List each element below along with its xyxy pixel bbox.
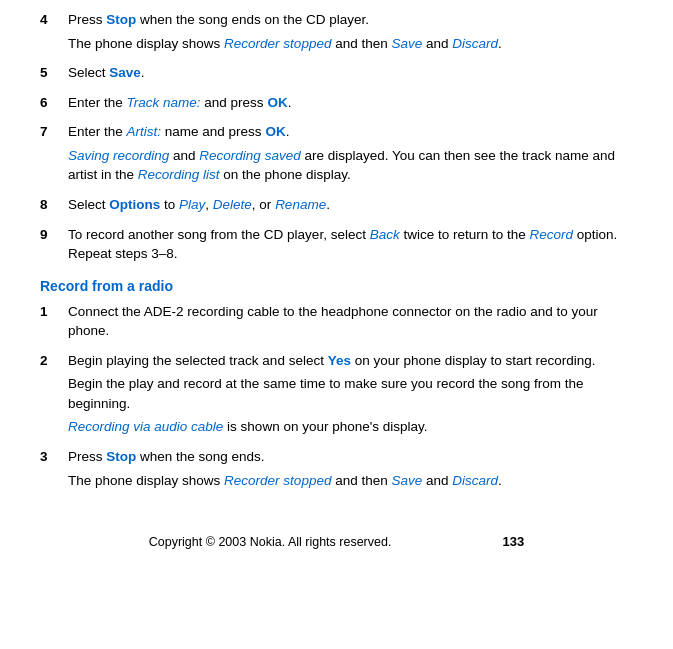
blue-italic-text: Save (391, 473, 422, 488)
item-content: Select Options to Play, Delete, or Renam… (68, 195, 633, 219)
blue-italic-text: Discard (452, 36, 498, 51)
blue-italic-text: Play (179, 197, 205, 212)
blue-italic-text: Discard (452, 473, 498, 488)
blue-bold-text: Stop (106, 12, 136, 27)
item-line: Select Options to Play, Delete, or Renam… (68, 195, 633, 215)
item-number: 6 (40, 93, 68, 117)
item-content: Press Stop when the song ends.The phone … (68, 447, 633, 494)
blue-italic-text: Recorder stopped (224, 36, 331, 51)
item-line: The phone display shows Recorder stopped… (68, 471, 633, 491)
item-line: Press Stop when the song ends on the CD … (68, 10, 633, 30)
item-line: Recording via audio cable is shown on yo… (68, 417, 633, 437)
numbered-item: 7 Enter the Artist: name and press OK.Sa… (40, 122, 633, 189)
item-number: 7 (40, 122, 68, 189)
item-line: Connect the ADE-2 recording cable to the… (68, 302, 633, 341)
blue-italic-text: Back (370, 227, 400, 242)
numbered-item: 9 To record another song from the CD pla… (40, 225, 633, 268)
blue-italic-text: Recording via audio cable (68, 419, 223, 434)
item-line: Begin the play and record at the same ti… (68, 374, 633, 413)
blue-italic-text: Record (529, 227, 573, 242)
blue-bold-text: OK (267, 95, 287, 110)
item-content: To record another song from the CD playe… (68, 225, 633, 268)
item-number: 4 (40, 10, 68, 57)
copyright-text: Copyright © 2003 Nokia. All rights reser… (149, 535, 392, 549)
blue-italic-text: Recording saved (199, 148, 300, 163)
item-content: Begin playing the selected track and sel… (68, 351, 633, 441)
blue-bold-text: Options (109, 197, 160, 212)
item-number: 2 (40, 351, 68, 441)
blue-bold-text: Save (109, 65, 141, 80)
blue-italic-text: Rename (275, 197, 326, 212)
item-content: Enter the Track name: and press OK. (68, 93, 633, 117)
item-content: Enter the Artist: name and press OK.Savi… (68, 122, 633, 189)
numbered-item: 8 Select Options to Play, Delete, or Ren… (40, 195, 633, 219)
radio-items-container: 1 Connect the ADE-2 recording cable to t… (40, 302, 633, 495)
item-line: Select Save. (68, 63, 633, 83)
footer: Copyright © 2003 Nokia. All rights reser… (40, 534, 633, 549)
item-line: The phone display shows Recorder stopped… (68, 34, 633, 54)
blue-italic-text: Delete (213, 197, 252, 212)
numbered-item: 4 Press Stop when the song ends on the C… (40, 10, 633, 57)
radio-numbered-item: 2 Begin playing the selected track and s… (40, 351, 633, 441)
numbered-item: 6 Enter the Track name: and press OK. (40, 93, 633, 117)
blue-bold-text: Yes (328, 353, 351, 368)
item-number: 1 (40, 302, 68, 345)
numbered-item: 5 Select Save. (40, 63, 633, 87)
item-content: Connect the ADE-2 recording cable to the… (68, 302, 633, 345)
item-content: Select Save. (68, 63, 633, 87)
item-content: Press Stop when the song ends on the CD … (68, 10, 633, 57)
blue-italic-text: Recording list (138, 167, 220, 182)
items-container: 4 Press Stop when the song ends on the C… (40, 10, 633, 268)
item-line: Enter the Track name: and press OK. (68, 93, 633, 113)
blue-bold-text: OK (265, 124, 285, 139)
radio-numbered-item: 3 Press Stop when the song ends.The phon… (40, 447, 633, 494)
item-line: Begin playing the selected track and sel… (68, 351, 633, 371)
blue-italic-text: Track name: (127, 95, 201, 110)
item-line: Enter the Artist: name and press OK. (68, 122, 633, 142)
blue-italic-text: Recorder stopped (224, 473, 331, 488)
section-heading: Record from a radio (40, 278, 633, 294)
item-number: 5 (40, 63, 68, 87)
blue-italic-text: Artist: (127, 124, 162, 139)
blue-bold-text: Stop (106, 449, 136, 464)
radio-numbered-item: 1 Connect the ADE-2 recording cable to t… (40, 302, 633, 345)
content-area: 4 Press Stop when the song ends on the C… (40, 10, 633, 549)
item-line: To record another song from the CD playe… (68, 225, 633, 264)
item-number: 9 (40, 225, 68, 268)
item-number: 3 (40, 447, 68, 494)
item-number: 8 (40, 195, 68, 219)
page-number: 133 (503, 534, 525, 549)
item-line: Saving recording and Recording saved are… (68, 146, 633, 185)
item-line: Press Stop when the song ends. (68, 447, 633, 467)
blue-italic-text: Save (391, 36, 422, 51)
blue-italic-text: Saving recording (68, 148, 169, 163)
